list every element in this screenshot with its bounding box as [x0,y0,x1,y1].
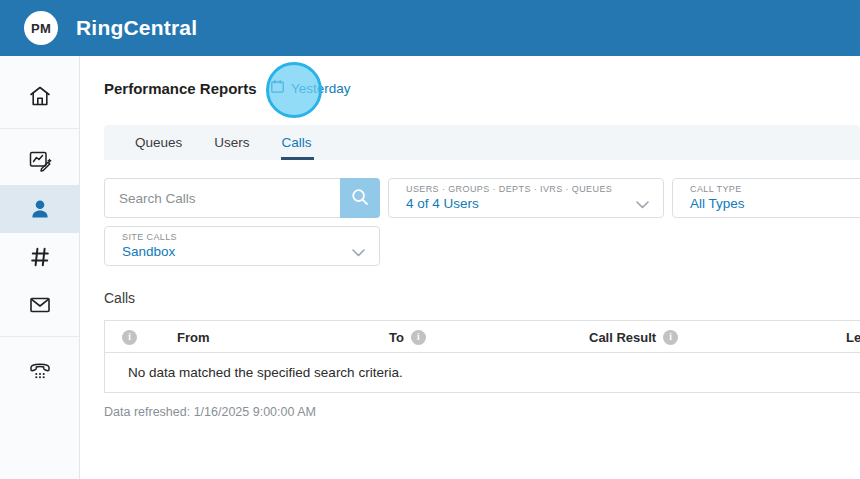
chevron-down-icon [352,243,365,261]
sidebar [0,56,80,479]
search-input[interactable] [104,178,340,218]
report-tabs: Queues Users Calls [104,125,860,160]
brand-logo: RingCentral [76,0,197,56]
avatar[interactable]: PM [24,11,58,45]
info-icon[interactable] [122,330,137,345]
column-call-result-label: Call Result [589,330,656,345]
users-filter-label: USERS · GROUPS · DEPTS · IVRS · QUEUES [406,184,629,194]
phone-icon [27,356,53,382]
date-range-picker[interactable]: Yesterday [270,79,351,98]
performance-report-icon [27,148,53,174]
calls-section-title: Calls [104,290,135,306]
app-window: PM RingCentral [0,0,860,479]
sidebar-item-messages[interactable] [0,281,80,329]
search-calls [104,178,380,218]
sidebar-item-performance-reports[interactable] [0,137,80,185]
tab-users[interactable]: Users [214,125,249,160]
data-refreshed-text: Data refreshed: 1/16/2025 9:00:00 AM [104,405,316,419]
column-length[interactable]: Len [846,321,860,353]
page-title: Performance Reports [104,80,257,97]
users-filter-value: 4 of 4 Users [406,196,629,211]
site-calls-dropdown[interactable]: SITE CALLS Sandbox [104,226,380,266]
column-from-label: From [177,330,210,345]
hash-icon [27,244,53,270]
tab-calls[interactable]: Calls [282,125,312,160]
calendar-icon [270,79,285,98]
call-type-dropdown[interactable]: CALL TYPE All Types [672,178,860,218]
person-icon [27,196,53,222]
sidebar-divider [0,128,79,129]
column-call-result[interactable]: Call Result [589,321,678,353]
sidebar-item-home[interactable] [0,72,80,120]
column-length-label: Len [846,330,860,345]
date-range-label: Yesterday [291,81,351,96]
empty-state-message: No data matched the specified search cri… [128,365,403,380]
sidebar-item-users[interactable] [0,185,80,233]
column-to-label: To [389,330,404,345]
column-from[interactable]: From [177,321,210,353]
sidebar-item-phone-system[interactable] [0,345,80,393]
search-button[interactable] [340,178,380,218]
calls-table-header: From To Call Result Len [105,320,860,353]
info-icon[interactable] [663,330,678,345]
site-calls-value: Sandbox [122,244,345,259]
sidebar-item-extensions[interactable] [0,233,80,281]
top-bar: PM RingCentral [0,0,860,56]
table-empty-row: No data matched the specified search cri… [105,353,860,393]
column-to[interactable]: To [389,321,426,353]
main-content: Performance Reports Yesterday Queues Use… [80,56,860,479]
envelope-icon [27,292,53,318]
home-icon [27,83,53,109]
sidebar-divider [0,336,79,337]
search-icon [350,187,370,210]
chevron-down-icon [636,195,649,213]
column-info[interactable] [122,321,137,353]
call-type-value: All Types [690,196,860,211]
site-calls-label: SITE CALLS [122,232,345,242]
info-icon[interactable] [411,330,426,345]
tab-queues[interactable]: Queues [135,125,182,160]
calls-table: From To Call Result Len No data matched … [104,320,860,393]
users-filter-dropdown[interactable]: USERS · GROUPS · DEPTS · IVRS · QUEUES 4… [388,178,664,218]
call-type-label: CALL TYPE [690,184,860,194]
